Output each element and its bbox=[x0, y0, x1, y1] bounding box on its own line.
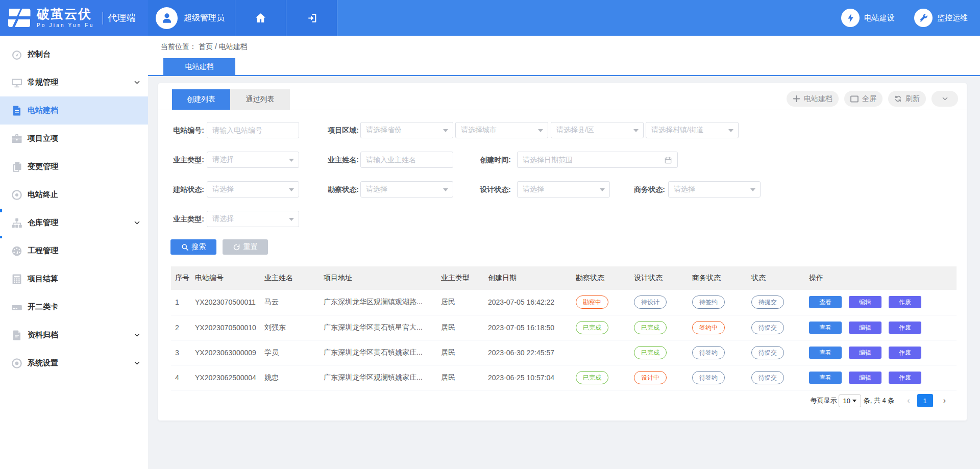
filter-input-station_no-field[interactable] bbox=[207, 122, 299, 138]
filter-select-region-1[interactable]: 请选择城市 bbox=[455, 122, 548, 138]
per-page-select[interactable]: 10 bbox=[839, 394, 861, 407]
void-button[interactable]: 作废 bbox=[889, 296, 921, 308]
toolbar-fullscreen-button[interactable]: 全屏 bbox=[844, 91, 883, 107]
sidebar-item-general[interactable]: 常规管理 bbox=[0, 68, 148, 96]
search-button[interactable]: 搜索 bbox=[170, 239, 216, 255]
void-button[interactable]: 作废 bbox=[889, 372, 921, 384]
filter-select-region-3[interactable]: 请选择村镇/街道 bbox=[646, 122, 739, 138]
per-page-value: 10 bbox=[843, 397, 850, 405]
sidebar-item-change-mgmt[interactable]: 变更管理 bbox=[0, 153, 148, 181]
cell-actions: 查看编辑作废 bbox=[805, 315, 957, 340]
filter-select-owner_type[interactable]: 请选择 bbox=[207, 152, 299, 168]
sidebar-item-settlement[interactable]: 项目结算 bbox=[0, 265, 148, 293]
col-header-6: 勘察状态 bbox=[572, 266, 630, 290]
sidebar-item-project-init[interactable]: 项目立项 bbox=[0, 125, 148, 153]
page-number-button[interactable]: 1 bbox=[917, 394, 933, 407]
calculator-icon bbox=[10, 273, 23, 286]
view-button[interactable]: 查看 bbox=[809, 296, 842, 308]
doc-icon bbox=[10, 104, 23, 117]
home-icon bbox=[254, 12, 267, 24]
filter-select-design_status[interactable]: 请选择 bbox=[517, 181, 610, 198]
nav-monitor-ops[interactable]: 监控运维 bbox=[914, 9, 968, 27]
toolbar-refresh-button[interactable]: 刷新 bbox=[888, 91, 926, 107]
sidebar-item-console[interactable]: 控制台 bbox=[0, 40, 148, 68]
status-pill: 待提交 bbox=[751, 371, 784, 384]
sidebar: 控制台常规管理电站建档项目立项变更管理电站终止仓库管理工程管理项目结算开二类卡资… bbox=[0, 36, 148, 469]
filter-label-create_time: 创建时间: bbox=[464, 152, 511, 168]
sidebar-item-label: 开二类卡 bbox=[28, 302, 58, 312]
view-button[interactable]: 查看 bbox=[809, 322, 842, 334]
table-header-row: 序号电站编号业主姓名项目地址业主类型创建日期勘察状态设计状态商务状态状态操作 bbox=[171, 266, 957, 290]
filter-label-region: 项目区域: bbox=[311, 122, 359, 138]
gauge-icon bbox=[10, 244, 23, 258]
filter-input-owner_name-field[interactable] bbox=[361, 152, 453, 167]
nav-station-build-label: 电站建设 bbox=[864, 13, 895, 23]
chevron-down-icon bbox=[134, 219, 140, 226]
sidebar-item-label: 工程管理 bbox=[28, 246, 58, 256]
toolbar-collapse-button[interactable] bbox=[932, 91, 958, 107]
col-header-10: 操作 bbox=[805, 266, 957, 290]
sidebar-item-engineering[interactable]: 工程管理 bbox=[0, 237, 148, 265]
col-header-2: 业主姓名 bbox=[260, 266, 320, 290]
filter-select-build_status[interactable]: 请选择 bbox=[207, 181, 299, 198]
topbar-spacer bbox=[337, 0, 841, 36]
sidebar-item-warehouse[interactable]: 仓库管理 bbox=[0, 209, 148, 237]
select-chevron-icon bbox=[852, 400, 856, 402]
filter-label-owner_name: 业主姓名: bbox=[311, 152, 359, 168]
sidebar-item-archive[interactable]: 资料归档 bbox=[0, 321, 148, 349]
sidebar-item-station-stop[interactable]: 电站终止 bbox=[0, 181, 148, 209]
breadcrumb-path: 首页 / 电站建档 bbox=[199, 42, 248, 52]
prev-page-button[interactable]: ‹ bbox=[907, 396, 910, 405]
filter-select-owner_type2[interactable]: 请选择 bbox=[207, 211, 299, 227]
status-pill: 已完成 bbox=[634, 346, 667, 359]
cell-type: 居民 bbox=[437, 315, 484, 340]
pagination: 每页显示 10 条, 共 4 条 ‹ 1 › bbox=[811, 394, 946, 407]
col-header-3: 项目地址 bbox=[320, 266, 437, 290]
cell-type: 居民 bbox=[437, 340, 484, 365]
list-tab-created[interactable]: 创建列表 bbox=[172, 89, 230, 110]
status-pill: 已完成 bbox=[576, 371, 608, 384]
cell-no: 1 bbox=[171, 290, 191, 315]
stations-table: 序号电站编号业主姓名项目地址业主类型创建日期勘察状态设计状态商务状态状态操作 1… bbox=[171, 266, 957, 390]
user-menu[interactable]: 超级管理员 bbox=[148, 0, 235, 36]
sidebar-item-station-file[interactable]: 电站建档 bbox=[0, 96, 148, 125]
logout-button[interactable] bbox=[286, 0, 337, 36]
void-button[interactable]: 作废 bbox=[889, 347, 921, 359]
next-page-button[interactable]: › bbox=[943, 396, 946, 405]
card-icon bbox=[10, 301, 23, 314]
plus-icon bbox=[793, 95, 800, 103]
user-name: 超级管理员 bbox=[184, 13, 225, 23]
col-header-9: 状态 bbox=[747, 266, 805, 290]
table-row: 3YX2023063000009学员广东深圳龙华区黄石镇姚家庄...居民2023… bbox=[171, 340, 957, 365]
reset-button[interactable]: 重置 bbox=[223, 239, 268, 255]
home-button[interactable] bbox=[235, 0, 286, 36]
cell-survey: 已完成 bbox=[572, 315, 630, 340]
filter-input-create_time-field[interactable] bbox=[518, 152, 677, 167]
view-button[interactable]: 查看 bbox=[809, 372, 842, 384]
page-tab-station-file[interactable]: 电站建档 bbox=[163, 58, 235, 75]
status-pill: 已完成 bbox=[634, 321, 667, 334]
view-button[interactable]: 查看 bbox=[809, 347, 842, 359]
cell-design: 已完成 bbox=[630, 340, 688, 365]
cell-biz: 待签约 bbox=[688, 340, 747, 365]
toolbar-create-button[interactable]: 电站建档 bbox=[787, 91, 839, 107]
cell-design: 设计中 bbox=[630, 365, 688, 390]
edit-button[interactable]: 编辑 bbox=[849, 322, 881, 334]
edit-button[interactable]: 编辑 bbox=[849, 372, 881, 384]
filter-select-region-0[interactable]: 请选择省份 bbox=[360, 122, 453, 138]
list-tab-passed[interactable]: 通过列表 bbox=[230, 89, 290, 110]
cell-no: 4 bbox=[171, 365, 191, 390]
sidebar-item-card-open[interactable]: 开二类卡 bbox=[0, 293, 148, 321]
cell-survey: 勘察中 bbox=[572, 290, 630, 315]
filter-select-region-2[interactable]: 请选择县/区 bbox=[551, 122, 644, 138]
filter-select-biz_status[interactable]: 请选择 bbox=[668, 181, 761, 198]
status-pill: 待设计 bbox=[634, 295, 667, 309]
sidebar-item-settings[interactable]: 系统设置 bbox=[0, 349, 148, 377]
edit-button[interactable]: 编辑 bbox=[849, 347, 881, 359]
top-navbar: 超级管理员 电站建设 监控运维 bbox=[148, 0, 980, 36]
void-button[interactable]: 作废 bbox=[889, 322, 921, 334]
filter-select-survey_status[interactable]: 请选择 bbox=[360, 181, 453, 198]
filter-label-owner_type: 业主类型: bbox=[158, 152, 204, 168]
nav-station-build[interactable]: 电站建设 bbox=[841, 9, 895, 27]
edit-button[interactable]: 编辑 bbox=[849, 296, 881, 308]
